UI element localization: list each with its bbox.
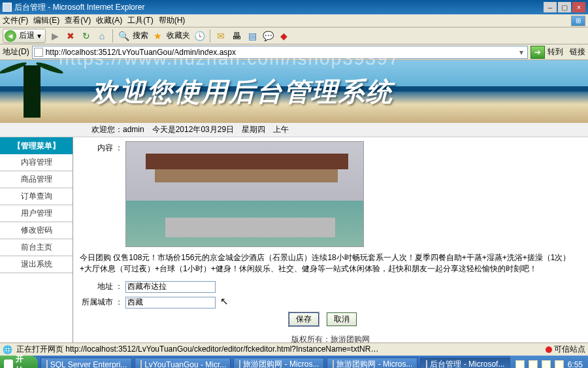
menu-bar: 文件(F) 编辑(E) 查看(V) 收藏(A) 工具(T) 帮助(H) ⊞ bbox=[0, 14, 588, 27]
sidebar-item-users[interactable]: 用户管理 bbox=[0, 205, 73, 222]
welcome-text: 欢迎您：admin 今天是2012年03月29日 星期四 上午 bbox=[91, 124, 289, 135]
label-address: 地址 ： bbox=[80, 281, 125, 292]
history-button[interactable]: 🕓 bbox=[193, 29, 206, 42]
taskbar: 开始 SQL Server Enterpri... LvYouTuanGou -… bbox=[0, 356, 588, 368]
back-dropdown-icon: ▾ bbox=[37, 31, 41, 41]
refresh-button[interactable]: ↻ bbox=[80, 29, 93, 42]
maximize-button[interactable]: ▢ bbox=[558, 2, 571, 12]
tray-icon[interactable] bbox=[542, 360, 551, 369]
start-label: 开始 bbox=[16, 354, 29, 369]
app-icon bbox=[426, 360, 427, 369]
tray-icon[interactable] bbox=[555, 360, 564, 369]
address-field[interactable]: http://localhost:3512/LvYouTuanGou/Admin… bbox=[32, 46, 528, 59]
back-label: 后退 bbox=[19, 30, 35, 41]
menu-favorites[interactable]: 收藏(A) bbox=[96, 15, 122, 26]
menu-view[interactable]: 查看(V) bbox=[65, 15, 91, 26]
mouse-cursor-icon: ↖ bbox=[220, 295, 229, 307]
sidebar-item-front[interactable]: 前台主页 bbox=[0, 239, 73, 256]
address-input[interactable] bbox=[125, 281, 216, 293]
windows-flag-icon: ⊞ bbox=[571, 16, 585, 26]
app-icon bbox=[333, 360, 334, 369]
save-button[interactable]: 保存 bbox=[289, 312, 319, 326]
sidebar: 【管理菜单】 内容管理 商品管理 订单查询 用户管理 修改密码 前台主页 退出系… bbox=[0, 137, 73, 343]
tray-icon[interactable] bbox=[515, 360, 525, 369]
sidebar-item-logout[interactable]: 退出系统 bbox=[0, 256, 73, 273]
back-arrow-icon: ◄ bbox=[5, 30, 16, 42]
menu-edit[interactable]: 编辑(E) bbox=[33, 15, 59, 26]
palm-decoration bbox=[24, 65, 41, 118]
page-icon bbox=[34, 48, 43, 57]
trusted-zone: 可信站点 bbox=[546, 344, 585, 355]
clock: 6:55 bbox=[568, 360, 583, 369]
copyright-footer: 版权所有：旅游团购网 bbox=[80, 330, 581, 343]
banner-title: 欢迎您使用后台管理系统 bbox=[91, 74, 393, 110]
favorites-label: 收藏夹 bbox=[167, 30, 190, 41]
go-button[interactable]: ➔ bbox=[531, 46, 545, 59]
home-button[interactable]: ⌂ bbox=[95, 29, 108, 42]
links-label[interactable]: 链接 bbox=[570, 46, 585, 58]
tray-icon[interactable] bbox=[529, 360, 538, 369]
back-button[interactable]: ◄ 后退 ▾ bbox=[3, 29, 46, 43]
stop-button[interactable]: ✖ bbox=[64, 29, 77, 42]
sidebar-item-orders[interactable]: 订单查询 bbox=[0, 188, 73, 205]
print-button[interactable]: 🖶 bbox=[230, 29, 243, 42]
label-city: 所属城市 ： bbox=[80, 297, 125, 308]
sidebar-item-password[interactable]: 修改密码 bbox=[0, 222, 73, 239]
go-label: 转到 bbox=[547, 46, 563, 58]
sidebar-header: 【管理菜单】 bbox=[0, 137, 73, 154]
separator-icon bbox=[210, 29, 210, 42]
toolbar: ◄ 后退 ▾ ▶ ✖ ↻ ⌂ 🔍 搜索 ★ 收藏夹 🕓 ✉ 🖶 ▤ 💬 ◆ bbox=[0, 27, 588, 44]
edit-button[interactable]: ▤ bbox=[246, 29, 259, 42]
status-globe-icon: 🌐 bbox=[3, 345, 12, 354]
description-text: 今日团购 仅售108元！市场价156元的京金城金沙酒店（石景山店）连续18小时畅… bbox=[80, 252, 581, 275]
windows-logo-icon bbox=[4, 360, 13, 369]
main-content: 内容 ： 今日团购 仅售108元！市场价156元的京金城金沙酒店（石景山店）连续… bbox=[73, 137, 588, 343]
sidebar-item-content[interactable]: 内容管理 bbox=[0, 154, 73, 171]
app-icon bbox=[3, 3, 12, 12]
taskbar-item[interactable]: LvYouTuanGou - Micr... bbox=[135, 358, 231, 369]
workspace: 【管理菜单】 内容管理 商品管理 订单查询 用户管理 修改密码 前台主页 退出系… bbox=[0, 137, 588, 343]
mail-button[interactable]: ✉ bbox=[214, 29, 227, 42]
taskbar-item-active[interactable]: 后台管理 - Microsof... bbox=[420, 358, 510, 369]
product-image bbox=[125, 141, 364, 247]
status-bar: 🌐 正在打开网页 http://localhost:3512/LvYouTuan… bbox=[0, 343, 588, 356]
system-tray[interactable]: 6:55 bbox=[510, 356, 588, 368]
welcome-bar: 欢迎您：admin 今天是2012年03月29日 星期四 上午 bbox=[0, 123, 588, 137]
city-input[interactable] bbox=[125, 297, 216, 309]
discuss-button[interactable]: 💬 bbox=[261, 29, 274, 42]
app-icon bbox=[46, 360, 48, 369]
status-text: 正在打开网页 http://localhost:3512/LvYouTuanGo… bbox=[16, 344, 382, 355]
address-label: 地址(D) bbox=[3, 46, 29, 58]
forward-button[interactable]: ▶ bbox=[48, 29, 61, 42]
address-bar: 地址(D) http://localhost:3512/LvYouTuanGou… bbox=[0, 44, 588, 60]
page-banner: 欢迎您使用后台管理系统 bbox=[0, 60, 588, 123]
minimize-button[interactable]: – bbox=[544, 2, 557, 12]
start-button[interactable]: 开始 bbox=[0, 356, 38, 368]
label-content: 内容 ： bbox=[80, 141, 125, 247]
app-icon bbox=[239, 360, 240, 369]
url-text: http://localhost:3512/LvYouTuanGou/Admin… bbox=[46, 48, 517, 57]
research-button[interactable]: ◆ bbox=[277, 29, 290, 42]
title-bar: 后台管理 - Microsoft Internet Explorer – ▢ × bbox=[0, 0, 588, 14]
taskbar-item[interactable]: 旅游团购网 - Micros... bbox=[233, 358, 324, 369]
search-label: 搜索 bbox=[133, 30, 148, 41]
menu-help[interactable]: 帮助(H) bbox=[159, 15, 186, 26]
taskbar-item[interactable]: 旅游团购网 - Micros... bbox=[327, 358, 417, 369]
cancel-button[interactable]: 取消 bbox=[327, 312, 357, 326]
search-button[interactable]: 🔍 bbox=[117, 29, 130, 42]
menu-tools[interactable]: 工具(T) bbox=[127, 15, 153, 26]
close-button[interactable]: × bbox=[572, 2, 585, 12]
address-dropdown-icon[interactable]: ▾ bbox=[517, 48, 526, 57]
taskbar-item[interactable]: SQL Server Enterpri... bbox=[41, 358, 132, 369]
menu-file[interactable]: 文件(F) bbox=[3, 15, 28, 26]
favorites-button[interactable]: ★ bbox=[151, 29, 164, 42]
separator-icon bbox=[112, 29, 113, 42]
window-title: 后台管理 - Microsoft Internet Explorer bbox=[14, 2, 542, 13]
sidebar-item-products[interactable]: 商品管理 bbox=[0, 171, 73, 188]
app-icon bbox=[140, 360, 142, 369]
